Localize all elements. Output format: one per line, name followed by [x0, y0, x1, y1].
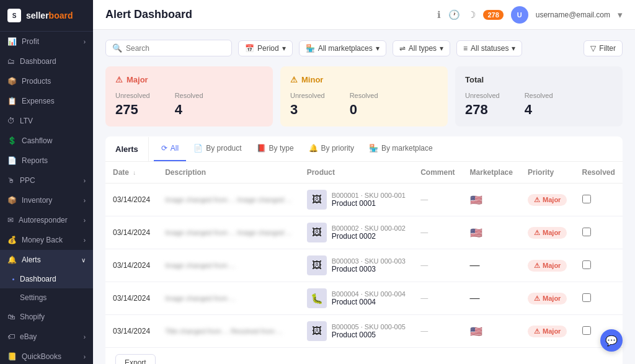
- chat-bubble[interactable]: 💬: [600, 329, 623, 352]
- product-icon: 📄: [193, 144, 203, 153]
- marketplaces-filter[interactable]: 🏪 All marketplaces ▾: [299, 40, 386, 56]
- content-area: 🔍 📅 Period ▾ 🏪 All marketplaces ▾ ⇌ All …: [93, 30, 635, 364]
- period-filter[interactable]: 📅 Period ▾: [238, 40, 293, 56]
- priority-badge: ⚠ Major: [528, 293, 567, 304]
- cell-priority: ⚠ Major: [520, 315, 574, 348]
- sidebar-item-label: eBay: [20, 332, 37, 341]
- chevron-icon: ›: [84, 177, 86, 184]
- sidebar-item-dashboard[interactable]: 🗂 Dashboard: [0, 51, 93, 71]
- minor-stats-numbers: Unresolved 3 Resolved 0: [290, 92, 438, 118]
- sort-icon[interactable]: ↓: [133, 169, 136, 176]
- table-row: 03/14/2024 Title changed from ... Resolv…: [105, 315, 623, 348]
- chevron-down-icon: ▾: [440, 44, 443, 53]
- major-stats-numbers: Unresolved 275 Resolved 4: [115, 92, 263, 118]
- sidebar-item-label: Dashboard: [20, 57, 56, 66]
- resolved-checkbox[interactable]: [582, 195, 591, 203]
- sidebar-item-label: Alerts: [22, 255, 41, 264]
- product-sku: B000004 · SKU 000-004: [332, 290, 406, 298]
- cell-resolved[interactable]: [575, 216, 623, 249]
- cell-comment: —: [413, 184, 462, 216]
- resolved-checkbox[interactable]: [582, 293, 591, 302]
- resolved-checkbox[interactable]: [582, 326, 591, 335]
- ppc-icon: 🖱: [7, 176, 15, 185]
- sidebar-item-inventory[interactable]: 📦 Inventory ›: [0, 190, 93, 210]
- money-back-icon: 💰: [7, 236, 17, 244]
- tab-by-marketplace[interactable]: 🏪 By marketplace: [362, 136, 440, 161]
- moon-icon[interactable]: ☽: [468, 9, 476, 20]
- sidebar-logo: S sellerboard: [0, 0, 93, 32]
- cell-resolved[interactable]: [575, 184, 623, 216]
- tab-by-product[interactable]: 📄 By product: [186, 136, 249, 161]
- export-button[interactable]: Export: [115, 354, 156, 364]
- sidebar-sub-item-label: Dashboard: [20, 275, 56, 283]
- cell-resolved[interactable]: [575, 249, 623, 282]
- product-name: Product 0005: [332, 331, 406, 339]
- sidebar-item-label: Expenses: [22, 97, 55, 105]
- types-filter[interactable]: ⇌ All types ▾: [393, 40, 450, 56]
- statuses-filter[interactable]: ≡ All statuses ▾: [456, 40, 522, 56]
- sidebar-item-quickbooks[interactable]: 📒 QuickBooks ›: [0, 347, 93, 364]
- sidebar-sub-item-label: Settings: [20, 293, 47, 302]
- minor-unresolved: Unresolved 3: [290, 92, 325, 118]
- page-title: Alert Dashboard: [105, 8, 192, 21]
- major-card-header: ⚠ Major: [115, 75, 263, 84]
- filter-button[interactable]: ▽ Filter: [584, 40, 623, 56]
- col-date: Date ↓: [105, 162, 158, 184]
- search-input[interactable]: [126, 44, 225, 53]
- tab-by-priority[interactable]: 🔔 By priority: [301, 136, 362, 161]
- cell-product: 🖼 B000001 · SKU 000-001 Product 0001: [300, 184, 413, 216]
- chevron-down-icon: ▾: [512, 44, 515, 53]
- col-product: Product: [300, 162, 413, 184]
- cell-priority: ⚠ Major: [520, 184, 574, 216]
- avatar[interactable]: U: [511, 6, 528, 24]
- cell-date: 03/14/2024: [105, 184, 158, 216]
- minor-stat-card: ⚠ Minor Unresolved 3 Resolved 0: [280, 66, 448, 127]
- cell-description: Image changed from ...: [158, 249, 300, 282]
- search-box[interactable]: 🔍: [105, 40, 232, 56]
- shopify-icon: 🛍: [7, 313, 15, 321]
- export-label: Export: [125, 358, 146, 364]
- sidebar-sub-item-alerts-settings[interactable]: Settings: [0, 288, 93, 307]
- product-name: Product 0004: [332, 298, 406, 306]
- sidebar-item-autoresponder[interactable]: ✉ Autoresponder ›: [0, 210, 93, 230]
- cell-resolved[interactable]: [575, 282, 623, 315]
- priority-badge: ⚠ Major: [528, 260, 567, 272]
- sidebar-item-profit[interactable]: 📊 Profit ›: [0, 32, 93, 51]
- autoresponder-icon: ✉: [7, 216, 14, 224]
- flag-icon: 🇺🇸: [470, 195, 482, 205]
- sidebar-item-expenses[interactable]: 📋 Expenses: [0, 91, 93, 111]
- sidebar-sub-item-alerts-dashboard[interactable]: Dashboard: [0, 270, 93, 288]
- sidebar-item-products[interactable]: 📦 Products: [0, 71, 93, 91]
- tab-by-type[interactable]: 📕 By type: [249, 136, 301, 161]
- sidebar-item-money-back[interactable]: 💰 Money Back ›: [0, 230, 93, 250]
- sidebar-item-cashflow[interactable]: 💲 Cashflow: [0, 131, 93, 151]
- total-unresolved: Unresolved 278: [465, 92, 500, 118]
- tab-all[interactable]: ⟳ All: [154, 136, 186, 161]
- sidebar-item-shopify[interactable]: 🛍 Shopify: [0, 307, 93, 327]
- sidebar-item-ppc[interactable]: 🖱 PPC ›: [0, 171, 93, 190]
- info-icon[interactable]: ℹ: [437, 9, 441, 20]
- cashflow-icon: 💲: [7, 136, 17, 145]
- product-thumbnail: 🖼: [307, 255, 327, 275]
- notification-badge[interactable]: 278: [483, 10, 503, 20]
- inventory-icon: 📦: [7, 196, 17, 205]
- minor-icon: ⚠: [290, 75, 298, 84]
- logo-text: sellerboard: [26, 11, 73, 20]
- resolved-checkbox[interactable]: [582, 260, 591, 269]
- sidebar-item-ebay[interactable]: 🏷 eBay ›: [0, 327, 93, 347]
- cell-comment: —: [413, 282, 462, 315]
- sidebar-item-alerts[interactable]: 🔔 Alerts ∨: [0, 250, 93, 270]
- resolved-checkbox[interactable]: [582, 228, 591, 236]
- cell-marketplace: —: [463, 249, 520, 282]
- store-icon: 🏪: [306, 44, 315, 53]
- clock-icon[interactable]: 🕐: [448, 9, 460, 20]
- col-marketplace: Marketplace: [463, 162, 520, 184]
- marketplace-icon: 🏪: [369, 144, 378, 153]
- dropdown-icon[interactable]: ▾: [618, 9, 623, 20]
- expenses-icon: 📋: [7, 97, 17, 105]
- priority-warning-icon: ⚠: [534, 196, 540, 204]
- chevron-icon: ∨: [81, 257, 86, 264]
- sidebar-item-reports[interactable]: 📄 Reports: [0, 151, 93, 171]
- sidebar-item-ltv[interactable]: ⏱ LTV: [0, 111, 93, 131]
- product-sku: B000003 · SKU 000-003: [332, 257, 406, 265]
